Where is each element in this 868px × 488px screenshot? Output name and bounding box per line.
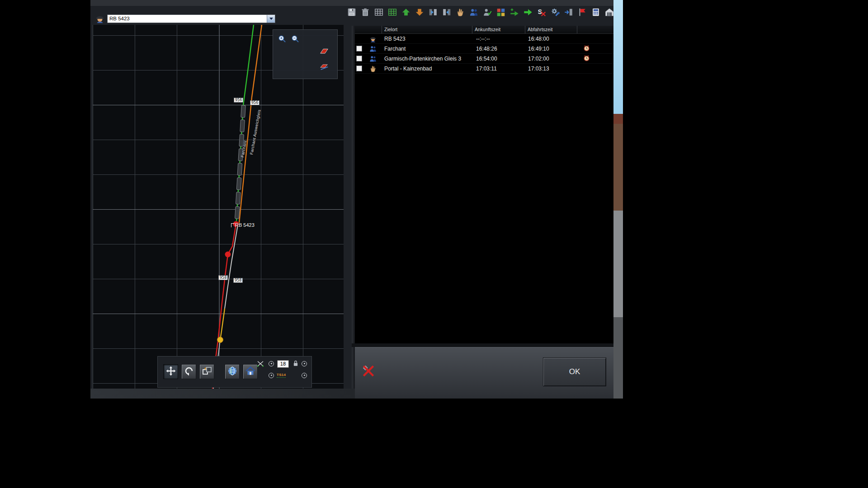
route-line-green xyxy=(236,25,254,221)
schedule-row[interactable]: Garmisch-Partenkirchen Gleis 316:54:0017… xyxy=(355,54,613,64)
ok-button[interactable]: OK xyxy=(543,357,606,386)
grid-button[interactable] xyxy=(373,7,385,19)
train-selector-dropdown-button[interactable] xyxy=(267,15,275,23)
abfahrtszeit-cell: 16:48:00 xyxy=(525,36,577,42)
blocks-icon xyxy=(496,7,506,19)
zoom-in-icon[interactable] xyxy=(278,34,287,45)
scene-right-strip xyxy=(613,0,623,399)
lock-icon xyxy=(292,359,300,369)
windows-button[interactable] xyxy=(199,364,214,379)
depot-icon xyxy=(604,7,614,19)
insert-left-button[interactable] xyxy=(427,7,439,19)
schedule-row[interactable]: Portal - Kainzenbad17:03:1117:03:13 xyxy=(355,64,613,74)
blocks-button[interactable] xyxy=(495,7,507,19)
arrow-up-green-button[interactable] xyxy=(400,7,412,19)
train-car xyxy=(241,105,246,117)
train-selector-value: RB 5423 xyxy=(108,15,267,23)
move-button[interactable] xyxy=(163,364,178,379)
ankunftszeit-cell: 17:03:11 xyxy=(472,66,525,72)
arrow-down-orange-icon xyxy=(415,7,425,19)
train-car xyxy=(240,120,245,132)
route-go-button[interactable] xyxy=(522,7,534,19)
target-icon xyxy=(269,361,274,366)
settings-icon xyxy=(550,7,560,19)
delete-icon xyxy=(360,7,370,19)
signal-x-icon xyxy=(256,360,264,370)
driver-icon xyxy=(369,35,377,43)
ts-label: TS14 xyxy=(277,373,286,378)
zielort-cell: Farchant xyxy=(382,46,472,52)
map-view[interactable]: RB 5423 18 TS14 956956958958FarchantFarc… xyxy=(93,25,344,389)
save-button[interactable] xyxy=(346,7,358,19)
rotate-button[interactable] xyxy=(181,364,196,379)
train-car xyxy=(235,206,240,219)
target-icon xyxy=(269,373,274,378)
abfahrtszeit-cell: 16:49:10 xyxy=(525,46,577,52)
globe-button[interactable] xyxy=(225,364,240,379)
driver-icon xyxy=(94,13,105,24)
schedule-table: Zielort Ankunftszeit Abfahrtszeit RB 542… xyxy=(355,26,613,343)
track-display-alt-icon[interactable] xyxy=(319,61,329,73)
km-marker: 956 xyxy=(250,100,259,105)
map-toolbar-buttons xyxy=(163,364,261,379)
row-checkbox[interactable] xyxy=(356,56,362,61)
train-car xyxy=(237,163,242,175)
abfahrtszeit-cell: 17:02:00 xyxy=(525,56,577,62)
save-icon xyxy=(347,7,357,19)
grid-green-button[interactable] xyxy=(387,7,398,19)
route-go-icon xyxy=(523,7,533,19)
target-icon xyxy=(302,361,307,366)
arrow-up-green-icon xyxy=(401,7,411,19)
row-checkbox[interactable] xyxy=(356,66,362,71)
passengers-button[interactable] xyxy=(468,7,480,19)
hand-button[interactable] xyxy=(454,7,466,19)
passengers-icon xyxy=(469,7,479,19)
route-layer xyxy=(93,25,344,389)
train-selector[interactable]: RB 5423 xyxy=(107,14,275,23)
abfahrtszeit-cell: 17:03:13 xyxy=(525,66,577,72)
house-button[interactable] xyxy=(243,364,258,379)
zielort-cell: Garmisch-Partenkirchen Gleis 3 xyxy=(382,56,472,62)
exit-door-icon xyxy=(564,7,574,19)
panel-divider xyxy=(352,343,614,347)
schedule-row[interactable]: Farchant16:48:2616:49:10 xyxy=(355,44,613,54)
insert-right-icon xyxy=(442,7,452,19)
exit-door-button[interactable] xyxy=(563,7,575,19)
route-cancel-icon: S xyxy=(537,7,547,19)
ankunftszeit-cell: --:--:-- xyxy=(472,36,525,42)
top-toolbar: S xyxy=(346,7,615,19)
route-add-button[interactable] xyxy=(509,7,520,19)
speed-value: 18 xyxy=(277,360,289,368)
abort-route-icon[interactable] xyxy=(361,364,376,380)
grid-icon xyxy=(374,7,384,19)
route-cancel-button[interactable]: S xyxy=(536,7,547,19)
passengers-icon xyxy=(369,45,377,53)
calculator-button[interactable] xyxy=(590,7,602,19)
window-top-edge xyxy=(90,0,623,6)
ankunftszeit-cell: 16:48:26 xyxy=(472,46,525,52)
km-marker: 956 xyxy=(234,98,243,103)
header-zielort: Zielort xyxy=(382,26,472,33)
zoom-out-icon[interactable] xyxy=(291,34,300,45)
train-map-label: RB 5423 xyxy=(231,222,255,228)
move-icon xyxy=(165,366,176,378)
hand-icon xyxy=(369,65,377,73)
settings-button[interactable] xyxy=(549,7,561,19)
route-target-marker xyxy=(217,337,223,343)
row-checkbox[interactable] xyxy=(356,46,362,52)
arrow-down-orange-button[interactable] xyxy=(414,7,425,19)
zielort-cell: Portal - Kainzenbad xyxy=(382,66,472,72)
scene-roof xyxy=(613,114,623,124)
schedule-row[interactable]: RB 5423--:--:--16:48:00 xyxy=(355,34,613,44)
flag-button[interactable] xyxy=(576,7,588,19)
person-edit-button[interactable] xyxy=(481,7,493,19)
screen: { "train_selector": { "value": "RB 5423"… xyxy=(0,0,868,488)
scene-building xyxy=(613,124,623,211)
track-display-icon[interactable] xyxy=(319,46,329,58)
scene-bottom-strip xyxy=(90,389,355,399)
panel-scrollbar[interactable] xyxy=(352,26,355,399)
delete-button[interactable] xyxy=(359,7,371,19)
map-toolbar: 18 TS14 xyxy=(157,356,312,388)
scene-ground-light xyxy=(613,211,623,317)
insert-right-button[interactable] xyxy=(441,7,453,19)
